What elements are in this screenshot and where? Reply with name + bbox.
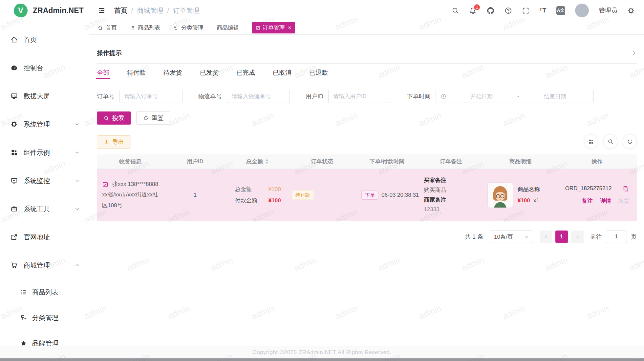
receiver-name-phone: 张xxx 138****8888 (112, 179, 158, 190)
sidebar-item-home[interactable]: 首页 (0, 26, 89, 54)
sidebar-item-monitor[interactable]: 系统监控 (0, 167, 89, 195)
tab-label: 商品列表 (138, 24, 160, 31)
ship-action-link[interactable]: 发货 (618, 197, 630, 205)
page-content: 操作提示 全部 待付款 待发货 已发货 已完成 已取消 已退款 订单号 (89, 35, 644, 361)
buyer-note: 购买商品 (424, 185, 480, 195)
reset-button[interactable]: 重置 (136, 111, 170, 125)
column-header-products: 商品明细 (483, 158, 557, 165)
page-size-select[interactable]: 10条/页 (490, 231, 533, 243)
tab-home[interactable]: 首页 (98, 24, 117, 31)
order-number: ORD_1825275212 (565, 185, 612, 192)
table-toolbar: 导出 (97, 134, 637, 149)
page-number-button[interactable]: 1 (555, 231, 568, 243)
fullscreen-icon[interactable] (522, 7, 529, 14)
tab-product-list[interactable]: 商品列表 (130, 24, 160, 31)
product-quantity: x1 (533, 197, 539, 204)
breadcrumb-level2: 订单管理 (173, 6, 199, 15)
orders-table: 收货信息 用户ID 总金额 订单状态 下单/付款时间 (97, 154, 637, 221)
seller-note-label: 商家备注 (424, 195, 480, 205)
product-image[interactable] (487, 182, 513, 208)
reset-button-label: 重置 (152, 114, 163, 122)
edit-receiver-icon[interactable] (102, 181, 108, 188)
breadcrumb-home[interactable]: 首页 (114, 6, 127, 15)
total-amount-label: 总金额 (235, 184, 263, 195)
sidebar-item-tools[interactable]: 系统工具 (0, 195, 89, 223)
chevron-right-icon (631, 50, 637, 56)
end-date-placeholder[interactable]: 结束日期 (521, 93, 589, 100)
font-size-icon[interactable]: TT (539, 7, 547, 14)
cell-time: 下单 06-03 20:38:31 (355, 190, 419, 200)
columns-setting-button[interactable] (584, 134, 598, 149)
detail-action-link[interactable]: 详情 (600, 197, 611, 205)
cell-user-id: 1 (164, 192, 226, 198)
sidebar-menu: 首页 控制台 数据大屏 系统管理 (0, 21, 89, 361)
status-tab-pending-shipment[interactable]: 待发货 (163, 64, 182, 82)
sidebar-item-product-list[interactable]: 商品列表 (0, 279, 89, 305)
tab-label: 订单管理 (263, 24, 285, 31)
github-icon[interactable] (486, 7, 495, 15)
tab-orders-active[interactable]: 订单管理 ✕ (252, 22, 295, 33)
chevron-down-icon (75, 122, 80, 127)
status-tab-shipped[interactable]: 已发货 (200, 64, 219, 82)
operation-tips-panel[interactable]: 操作提示 (97, 43, 637, 64)
user-id-input[interactable] (328, 90, 391, 103)
breadcrumb-separator: / (167, 7, 169, 14)
tab-label: 商品编辑 (217, 24, 239, 31)
status-tab-pending-payment[interactable]: 待付款 (127, 64, 146, 82)
user-id-label: 用户ID (306, 92, 323, 100)
table-row[interactable]: 张xxx 138****8888 xx省/xx市/xxx街道xx社区108号 1… (97, 169, 637, 221)
tracking-no-input[interactable] (227, 90, 290, 103)
order-no-input[interactable] (119, 90, 182, 103)
start-date-placeholder[interactable]: 开始日期 (448, 93, 515, 100)
note-action-link[interactable]: 备注 (582, 197, 593, 205)
edit-square-icon (256, 26, 260, 30)
sidebar-collapse-icon[interactable] (98, 7, 106, 14)
app-root: V ZRAdmin.NET 首页 控制台 数据大屏 (0, 0, 644, 361)
column-header-time: 下单/付款时间 (355, 158, 419, 165)
copy-icon[interactable] (623, 186, 629, 192)
search-icon[interactable] (452, 7, 459, 14)
date-range-separator: - (515, 93, 521, 100)
refresh-button[interactable] (623, 134, 637, 149)
next-page-button[interactable] (571, 231, 584, 243)
sidebar-item-label: 数据大屏 (24, 92, 50, 101)
prev-page-button[interactable] (540, 231, 552, 243)
sidebar-item-console[interactable]: 控制台 (0, 54, 89, 82)
table-search-button[interactable] (603, 134, 617, 149)
chevron-down-icon (524, 234, 529, 239)
export-button[interactable]: 导出 (97, 135, 131, 149)
date-range-picker[interactable]: 开始日期 - 结束日期 (436, 90, 594, 103)
status-tab-completed[interactable]: 已完成 (236, 64, 255, 82)
app-title: ZRAdmin.NET (33, 6, 84, 15)
settings-gear-icon[interactable] (627, 7, 635, 14)
sidebar-item-components[interactable]: 组件示例 (0, 138, 89, 167)
tab-category[interactable]: 分类管理 (173, 24, 204, 31)
breadcrumb-level1[interactable]: 商城管理 (137, 6, 163, 15)
user-name[interactable]: 管理员 (599, 6, 617, 15)
home-icon (10, 36, 18, 43)
sidebar-item-system-mgmt[interactable]: 系统管理 (0, 110, 89, 138)
total-amount-value: ¥100 (268, 184, 281, 195)
tab-product-edit[interactable]: 商品编辑 (217, 24, 239, 31)
page-size-value: 10条/页 (494, 233, 513, 241)
goto-page-input[interactable] (606, 231, 627, 243)
status-tab-refunded[interactable]: 已退款 (309, 64, 328, 82)
avatar[interactable] (575, 4, 589, 17)
status-tab-cancelled[interactable]: 已取消 (273, 64, 291, 82)
column-header-actions: 操作 (557, 158, 637, 165)
sidebar-item-datascreen[interactable]: 数据大屏 (0, 82, 89, 110)
logo[interactable]: V ZRAdmin.NET (0, 0, 89, 21)
pagination-bar: 共 1 条 10条/页 1 前往 (97, 231, 637, 243)
close-icon[interactable]: ✕ (288, 25, 291, 30)
status-tab-all[interactable]: 全部 (97, 64, 109, 82)
notification-bell-icon[interactable]: 1 (469, 7, 477, 14)
help-icon[interactable] (504, 7, 512, 14)
sort-caret-icon[interactable] (265, 159, 268, 164)
search-button[interactable]: 搜索 (97, 111, 131, 125)
sidebar-item-mall[interactable]: 商城管理 (0, 251, 89, 279)
translate-icon[interactable]: A文 (556, 6, 565, 15)
order-time: 06-03 20:38:31 (381, 192, 419, 198)
sidebar-item-website[interactable]: 官网地址 (0, 223, 89, 251)
sidebar-item-category[interactable]: 分类管理 (0, 305, 89, 331)
search-button-row: 搜索 重置 (97, 111, 637, 125)
